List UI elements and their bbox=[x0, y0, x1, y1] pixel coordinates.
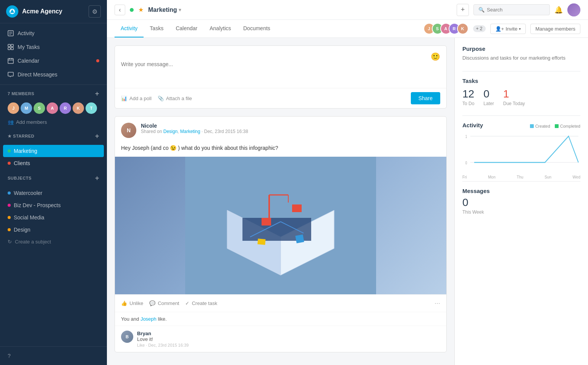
search-icon: 🔍 bbox=[478, 7, 485, 13]
add-starred-button[interactable]: + bbox=[95, 133, 99, 140]
add-members-button[interactable]: 👥 Add members bbox=[0, 117, 107, 127]
status-dot bbox=[8, 149, 11, 152]
starred-items: Marketing Clients bbox=[0, 145, 107, 169]
task-later-count: 0 bbox=[483, 88, 494, 100]
tab-documents[interactable]: Documents bbox=[237, 20, 276, 37]
add-poll-button[interactable]: 📊 Add a poll bbox=[121, 96, 152, 101]
subjects-section: SUBJECTS + bbox=[0, 169, 107, 187]
post-actions: 👍 Unlike 💬 Comment ✓ Create task ··· bbox=[115, 294, 446, 312]
tabbar: Activity Tasks Calendar Analytics Docume… bbox=[107, 20, 588, 38]
subject-item-biz-dev[interactable]: Biz Dev - Prospects bbox=[3, 199, 104, 211]
help-button[interactable]: ? bbox=[8, 353, 99, 359]
create-task-button[interactable]: ✓ Create task bbox=[185, 300, 217, 306]
tab-tasks[interactable]: Tasks bbox=[144, 20, 170, 37]
comment-icon: 💬 bbox=[149, 300, 155, 306]
svg-rect-6 bbox=[11, 47, 13, 50]
add-subject-button[interactable]: + bbox=[95, 175, 99, 182]
purpose-title: Purpose bbox=[462, 45, 580, 52]
paperclip-icon: 📎 bbox=[158, 96, 164, 101]
main-area: ‹ ★ Marketing ▾ + 🔍 🔔 Activity Tasks Cal… bbox=[107, 0, 588, 365]
avatar: M bbox=[21, 102, 32, 114]
svg-rect-18 bbox=[262, 218, 271, 225]
subject-dot bbox=[8, 228, 11, 231]
create-subject-button[interactable]: ↻ Create a subject bbox=[3, 236, 104, 248]
avatar: K bbox=[73, 102, 84, 114]
person-add-icon: 👤+ bbox=[495, 26, 504, 32]
attach-file-button[interactable]: 📎 Attach a file bbox=[158, 96, 192, 101]
divider bbox=[462, 71, 580, 71]
activity-section: Activity Created Completed bbox=[462, 122, 580, 172]
task-due-today-label: Due Today bbox=[503, 101, 525, 106]
task-due-today-count: 1 bbox=[503, 88, 525, 100]
right-panel: Purpose Discussions and tasks for our ma… bbox=[454, 38, 588, 365]
post: N Nicole Shared on Design, Marketing · D… bbox=[115, 116, 447, 352]
app-name: Acme Agency bbox=[22, 8, 62, 15]
logo-icon bbox=[6, 5, 18, 18]
comment-button[interactable]: 💬 Comment bbox=[149, 300, 179, 306]
message-input[interactable] bbox=[121, 61, 440, 80]
channel-marketing-link[interactable]: Marketing bbox=[180, 129, 200, 134]
task-later-label: Later bbox=[483, 101, 494, 106]
channel-design-link[interactable]: Design bbox=[163, 129, 178, 134]
subject-item-design[interactable]: Design bbox=[3, 224, 104, 236]
manage-members-button[interactable]: Manage members bbox=[530, 24, 580, 34]
svg-text:1: 1 bbox=[465, 135, 467, 139]
thumbs-up-icon: 👍 bbox=[121, 300, 127, 306]
subject-dot bbox=[8, 204, 11, 207]
project-name[interactable]: Marketing ▾ bbox=[148, 6, 181, 13]
avatar: S bbox=[34, 102, 45, 114]
share-button[interactable]: Share bbox=[411, 92, 440, 104]
topbar-actions: + 🔍 🔔 bbox=[457, 3, 580, 16]
legend-completed-dot bbox=[555, 124, 559, 128]
more-members-badge: + 2 bbox=[473, 25, 486, 32]
tab-calendar[interactable]: Calendar bbox=[170, 20, 204, 37]
svg-rect-20 bbox=[295, 234, 304, 243]
emoji-button[interactable]: 🙂 bbox=[431, 52, 440, 61]
add-member-button[interactable]: + bbox=[95, 90, 99, 97]
calendar-notification-dot bbox=[96, 59, 99, 62]
svg-rect-3 bbox=[8, 44, 10, 47]
subject-item-social-media[interactable]: Social Media bbox=[3, 211, 104, 224]
invite-button[interactable]: 👤+ Invite ▾ bbox=[490, 24, 526, 34]
post-body: Hey Joseph (and co 😉 ) what do you think… bbox=[115, 144, 446, 157]
legend-completed: Completed bbox=[555, 124, 580, 128]
project-status-dot bbox=[130, 8, 134, 12]
comment-avatar: B bbox=[121, 331, 133, 343]
task-icon: ✓ bbox=[185, 300, 189, 306]
liker-link[interactable]: Joseph bbox=[141, 316, 157, 322]
avatar: J bbox=[8, 102, 19, 114]
messages-title: Messages bbox=[462, 188, 580, 194]
purpose-desc: Discussions and tasks for our marketing … bbox=[462, 54, 580, 62]
starred-item-clients[interactable]: Clients bbox=[3, 157, 104, 169]
sidebar-item-calendar[interactable]: Calendar bbox=[0, 54, 107, 68]
sidebar-item-activity[interactable]: Activity bbox=[0, 26, 107, 40]
post-subtitle: Shared on Design, Marketing · Dec, 23rd … bbox=[141, 129, 440, 134]
task-stat-todo: 12 To Do bbox=[462, 88, 474, 106]
user-avatar[interactable] bbox=[567, 3, 580, 16]
more-options-button[interactable]: ··· bbox=[435, 299, 440, 307]
subject-item-watercooler[interactable]: Watercooler bbox=[3, 187, 104, 199]
post-author-name: Nicole bbox=[141, 123, 440, 129]
svg-text:0: 0 bbox=[465, 161, 467, 165]
svg-rect-19 bbox=[292, 204, 302, 212]
status-dot bbox=[8, 162, 11, 165]
unlike-button[interactable]: 👍 Unlike bbox=[121, 300, 143, 306]
starred-item-marketing[interactable]: Marketing bbox=[3, 145, 104, 157]
search-bar[interactable]: 🔍 bbox=[473, 4, 550, 15]
tab-activity[interactable]: Activity bbox=[115, 20, 144, 37]
legend-created-dot bbox=[530, 124, 534, 128]
svg-rect-4 bbox=[11, 44, 13, 47]
search-input[interactable] bbox=[487, 7, 545, 13]
avatar: A bbox=[47, 102, 58, 114]
sidebar-item-my-tasks[interactable]: My Tasks bbox=[0, 40, 107, 54]
divider bbox=[462, 115, 580, 116]
member-avatars-row: J S A R K bbox=[423, 23, 468, 34]
tab-analytics[interactable]: Analytics bbox=[204, 20, 237, 37]
sidebar-item-direct-messages[interactable]: Direct Messages bbox=[0, 68, 107, 81]
activity-title: Activity bbox=[462, 122, 483, 128]
back-button[interactable]: ‹ bbox=[115, 5, 125, 15]
svg-rect-7 bbox=[8, 58, 13, 63]
notification-bell-icon[interactable]: 🔔 bbox=[554, 6, 563, 14]
settings-button[interactable]: ⚙ bbox=[89, 5, 101, 18]
add-button[interactable]: + bbox=[457, 4, 469, 16]
